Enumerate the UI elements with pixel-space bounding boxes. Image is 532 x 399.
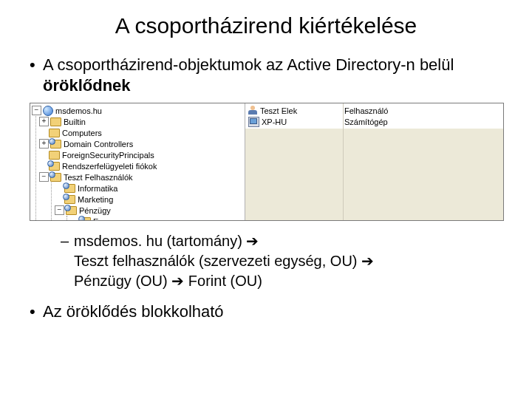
tree-inf[interactable]: Informatika <box>52 183 243 194</box>
user-icon <box>248 106 258 115</box>
folder-icon <box>49 151 60 160</box>
tree-pane[interactable]: −msdemos.hu +Builtin Computers +Domain C… <box>30 103 245 220</box>
ou-icon <box>49 162 60 171</box>
folder-icon <box>49 129 60 137</box>
tree-dc[interactable]: +Domain Controllers <box>36 138 243 149</box>
column-separator <box>343 103 344 220</box>
arrow-icon: ➔ <box>361 253 374 269</box>
tree-euro-label: Euro <box>93 217 110 221</box>
ad-screenshot: −msdemos.hu +Builtin Computers +Domain C… <box>30 103 504 221</box>
tree-builtin-label: Builtin <box>64 117 86 126</box>
slide-title: A csoportházirend kiértékelése <box>30 13 502 38</box>
ou-icon <box>50 140 61 149</box>
slide: A csoportházirend kiértékelése A csoport… <box>0 0 532 399</box>
tree-builtin[interactable]: +Builtin <box>36 116 243 127</box>
path-l1: msdemos. hu (tartomány) <box>74 233 246 249</box>
list-row-1-type: Felhasználó <box>344 106 500 115</box>
tree-computers[interactable]: Computers <box>36 127 243 138</box>
bullet-2: Az öröklődés blokkolható <box>30 301 502 322</box>
path-l2: Teszt felhasználók (szervezeti egység, O… <box>74 253 361 269</box>
ou-icon <box>64 195 75 204</box>
globe-icon <box>43 106 53 116</box>
list-row-2[interactable]: XP-HU Számítógép <box>248 116 500 127</box>
tree-root-label: msdemos.hu <box>55 106 102 115</box>
path-l3: Pénzügy (OU) <box>74 273 171 289</box>
tree-root[interactable]: −msdemos.hu <box>32 105 243 116</box>
ou-icon <box>66 206 77 215</box>
list-row-1-name: Teszt Elek <box>260 106 297 115</box>
computer-icon <box>248 117 259 127</box>
tree-pu-label: Pénzügy <box>79 206 111 215</box>
tree-tf[interactable]: −Teszt Felhasználók <box>36 171 243 183</box>
list-row-2-type: Számítógép <box>344 117 500 126</box>
tree-fsp[interactable]: ForeignSecurityPrincipals <box>36 149 243 160</box>
list-row-1[interactable]: Teszt Elek Felhasználó <box>248 105 500 116</box>
tree-euro[interactable]: Euro <box>67 216 243 220</box>
folder-icon <box>50 117 61 126</box>
tree-mkt[interactable]: Marketing <box>52 194 243 205</box>
arrow-icon: ➔ <box>246 233 259 249</box>
tree-rsf-label: Rendszerfelügyeleti fiókok <box>62 162 157 171</box>
ou-icon <box>50 173 61 182</box>
tree-fsp-label: ForeignSecurityPrincipals <box>62 151 154 160</box>
tree-rsf[interactable]: Rendszerfelügyeleti fiókok <box>36 160 243 171</box>
list-row-2-name: XP-HU <box>262 117 287 126</box>
list-pane[interactable]: Teszt Elek Felhasználó XP-HU Számítógép <box>245 103 503 220</box>
bullet-1-text-b: öröklődnek <box>43 76 131 95</box>
path-l3b: Forint (OU) <box>184 273 262 289</box>
bullet-1: A csoportházirend-objektumok az Active D… <box>30 55 502 95</box>
bullet-1-text-a: A csoportházirend-objektumok az Active D… <box>43 55 454 74</box>
arrow-icon: ➔ <box>171 273 184 289</box>
sub-bullet-path: msdemos. hu (tartomány) ➔ Teszt felhaszn… <box>61 231 502 291</box>
tree-dc-label: Domain Controllers <box>64 140 133 149</box>
tree-pu[interactable]: −Pénzügy <box>52 205 243 216</box>
tree-computers-label: Computers <box>62 129 102 137</box>
tree-inf-label: Informatika <box>78 184 117 193</box>
ou-icon <box>64 184 75 193</box>
tree-tf-label: Teszt Felhasználók <box>64 173 133 182</box>
ou-icon <box>80 217 91 220</box>
tree-mkt-label: Marketing <box>78 195 113 204</box>
